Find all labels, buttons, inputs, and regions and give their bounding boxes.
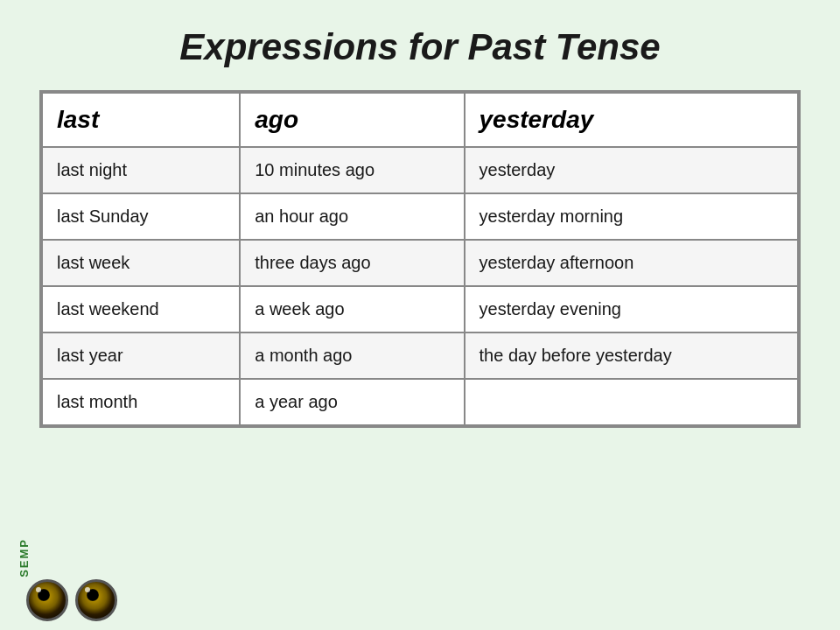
table-cell-r3-c0: last weekend <box>42 286 240 332</box>
table-row: last night10 minutes agoyesterday <box>42 147 798 193</box>
table-cell-r1-c0: last Sunday <box>42 193 240 240</box>
table-cell-r4-c2: the day before yesterday <box>465 332 798 379</box>
table-cell-r5-c2 <box>465 379 798 425</box>
expressions-table: last ago yesterday last night10 minutes … <box>41 92 799 426</box>
page-title: Expressions for Past Tense <box>179 26 660 68</box>
table-row: last montha year ago <box>42 379 798 425</box>
table-cell-r1-c2: yesterday morning <box>465 193 798 240</box>
table-cell-r3-c2: yesterday evening <box>465 286 798 332</box>
table-cell-r4-c1: a month ago <box>240 332 464 379</box>
watermark-label: SEMP <box>18 538 31 578</box>
col-header-ago: ago <box>240 93 464 147</box>
table-cell-r0-c1: 10 minutes ago <box>240 147 464 193</box>
col-header-yesterday: yesterday <box>465 93 798 147</box>
table-cell-r2-c0: last week <box>42 240 240 286</box>
table-cell-r2-c2: yesterday afternoon <box>465 240 798 286</box>
table-cell-r5-c1: a year ago <box>240 379 464 425</box>
main-table-container: last ago yesterday last night10 minutes … <box>39 90 801 428</box>
table-cell-r4-c0: last year <box>42 332 240 379</box>
eye-right-icon <box>75 579 117 621</box>
table-row: last yeara month agothe day before yeste… <box>42 332 798 379</box>
table-cell-r1-c1: an hour ago <box>240 193 464 240</box>
table-header-row: last ago yesterday <box>42 93 798 147</box>
eyes-decoration <box>26 579 117 621</box>
table-row: last weekenda week agoyesterday evening <box>42 286 798 332</box>
table-row: last weekthree days agoyesterday afterno… <box>42 240 798 286</box>
table-cell-r5-c0: last month <box>42 379 240 425</box>
table-cell-r2-c1: three days ago <box>240 240 464 286</box>
table-cell-r0-c2: yesterday <box>465 147 798 193</box>
col-header-last: last <box>42 93 240 147</box>
table-row: last Sundayan hour agoyesterday morning <box>42 193 798 240</box>
eye-left-icon <box>26 579 68 621</box>
table-cell-r0-c0: last night <box>42 147 240 193</box>
table-cell-r3-c1: a week ago <box>240 286 464 332</box>
